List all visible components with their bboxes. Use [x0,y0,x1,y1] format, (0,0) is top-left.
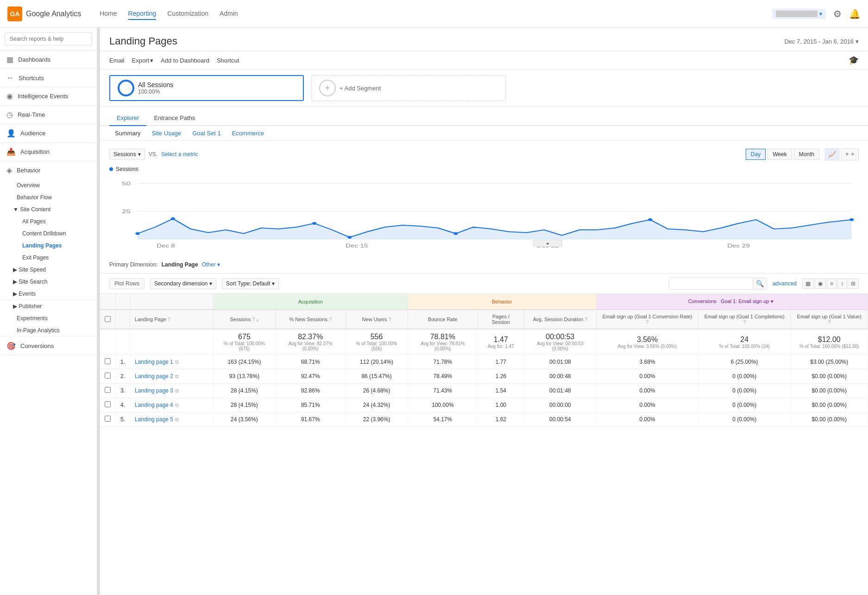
account-selector[interactable]: ▾ [772,9,826,19]
pages-session-col-header[interactable]: Pages / Session [478,310,524,329]
chart-area: Sessions ▾ VS. Select a metric Day Week … [100,141,868,256]
sidebar-sub-overview[interactable]: Overview [0,179,97,191]
row5-checkbox[interactable] [105,416,111,422]
sidebar-expand-events[interactable]: ▶ Events [0,288,97,300]
sidebar-sub-behavior-flow[interactable]: Behavior Flow [0,191,97,203]
sidebar-sub-experiments[interactable]: Experiments [0,312,97,324]
sidebar-sub-inpage[interactable]: In-Page Analytics [0,324,97,336]
email-button[interactable]: Email [109,57,125,64]
sub-tab-goal-set[interactable]: Goal Set 1 [187,126,226,140]
sort-type-dropdown[interactable]: Sort Type: Default ▾ [222,278,279,289]
list-view-button[interactable]: ≡ [827,279,837,289]
row1-page-link[interactable]: Landing page 1 ⧉ [135,359,208,365]
row2-checkbox[interactable] [105,373,111,379]
add-to-dashboard-button[interactable]: Add to Dashboard [161,57,209,64]
row3-checkbox[interactable] [105,387,111,393]
sidebar-expand-site-content[interactable]: ▼ Site Content [0,203,97,215]
row3-email-completions: 0 (0.00%) [698,384,791,398]
row5-new-sessions: 91.67% [275,412,346,427]
row3-copy-icon[interactable]: ⧉ [175,388,179,394]
sidebar-item-conversions[interactable]: 🎯 Conversions [0,337,97,355]
sidebar-item-shortcuts[interactable]: ↔ Shortcuts [0,69,97,87]
totals-bounce-rate: 78.81% Avg for View: 78.81% (0.00%) [408,329,478,355]
compare-view-button[interactable]: ↕ [837,279,847,289]
row1-copy-icon[interactable]: ⧉ [175,359,179,365]
settings-icon[interactable]: ⚙ [833,8,842,19]
sub-tab-summary[interactable]: Summary [109,126,146,140]
tab-entrance-paths[interactable]: Entrance Paths [146,111,202,126]
sidebar-item-acquisition[interactable]: 📥 Acquisition [0,143,97,161]
row4-pages-session: 1.00 [478,398,524,412]
date-range-picker[interactable]: Dec 7, 2015 - Jan 6, 2016 ▾ [784,38,859,45]
table-num-header [116,294,130,310]
plot-rows-button[interactable]: Plot Rows [109,278,145,289]
row3-page-link[interactable]: Landing page 3 ⧉ [135,387,208,394]
week-view-button[interactable]: Week [767,149,792,160]
bounce-rate-col-header[interactable]: Bounce Rate [408,310,478,329]
sidebar-sub-content-drilldown[interactable]: Content Drilldown [0,228,97,240]
row5-page-link[interactable]: Landing page 5 ⧉ [135,416,208,423]
svg-point-5 [135,232,139,235]
sidebar-item-dashboards[interactable]: ▦ Dashboards [0,51,97,69]
sidebar-item-intelligence[interactable]: ◉ Intelligence Events [0,87,97,105]
row5-copy-icon[interactable]: ⧉ [175,417,179,423]
row5-cb [100,412,116,427]
tab-explorer[interactable]: Explorer [109,111,146,126]
pivot-view-button[interactable]: ⊞ [848,279,859,289]
sidebar-item-behavior[interactable]: ◈ Behavior [0,161,97,179]
nav-admin[interactable]: Admin [220,8,238,20]
scatter-chart-button[interactable]: ⚬⚬ [841,148,859,160]
conversion-goal-dropdown[interactable]: Goal 1: Email sign up ▾ [718,298,776,305]
sidebar-sub-exit-pages[interactable]: Exit Pages [0,252,97,264]
search-input[interactable] [5,32,92,45]
row2-copy-icon[interactable]: ⧉ [175,373,179,380]
row-num-header [116,310,130,329]
nav-home[interactable]: Home [100,8,117,20]
avg-session-col-header[interactable]: Avg. Session Duration ? [524,310,597,329]
row4-page-link[interactable]: Landing page 4 ⧉ [135,402,208,408]
add-segment-button[interactable]: + + Add Segment [311,75,506,101]
pie-view-button[interactable]: ◉ [815,279,826,289]
sidebar-expand-site-search[interactable]: ▶ Site Search [0,276,97,288]
shortcut-button[interactable]: Shortcut [217,57,239,64]
new-sessions-col-header[interactable]: % New Sessions ? [275,310,346,329]
sidebar-item-publisher[interactable]: ▶ Publisher [0,300,97,312]
sidebar-item-audience[interactable]: 👤 Audience [0,124,97,142]
table-search-input[interactable] [669,279,753,289]
row1-email-completions: 6 (25.00%) [698,355,791,369]
day-view-button[interactable]: Day [746,149,766,160]
nav-customization[interactable]: Customization [167,8,208,20]
line-chart-button[interactable]: 📈 [825,148,839,160]
email-value-col-header[interactable]: Email sign up (Goal 1 Value) ? [791,310,868,329]
sub-tab-ecommerce[interactable]: Ecommerce [226,126,270,140]
email-conv-rate-col-header[interactable]: Email sign up (Goal 1 Conversion Rate) ? [597,310,698,329]
row4-copy-icon[interactable]: ⧉ [175,402,179,408]
sub-tab-site-usage[interactable]: Site Usage [146,126,187,140]
primary-dimension-label: Primary Dimension: [109,261,158,268]
secondary-dimension-dropdown[interactable]: Secondary dimension ▾ [150,278,216,289]
notifications-icon[interactable]: 🔔 [849,8,861,19]
sidebar-expand-site-speed[interactable]: ▶ Site Speed [0,264,97,276]
sessions-col-header[interactable]: Sessions ? ↓ [214,310,276,329]
export-button[interactable]: Export ▾ [132,57,154,64]
row2-page-link[interactable]: Landing page 2 ⧉ [135,373,208,380]
select-metric-link[interactable]: Select a metric [161,151,198,158]
month-view-button[interactable]: Month [794,149,819,160]
row4-checkbox[interactable] [105,401,111,407]
sidebar-sub-all-pages[interactable]: All Pages [0,215,97,228]
other-dimension-dropdown[interactable]: Other ▾ [201,261,220,268]
row1-checkbox[interactable] [105,358,111,364]
all-sessions-segment[interactable]: All Sessions 100.00% [109,75,304,101]
sidebar-sub-landing-pages[interactable]: Landing Pages [0,240,97,252]
table-search-icon[interactable]: 🔍 [753,278,767,289]
select-all-checkbox[interactable] [105,316,111,322]
sidebar-item-realtime[interactable]: ◷ Real-Time [0,106,97,124]
advanced-search-link[interactable]: advanced [773,280,797,287]
new-users-col-header[interactable]: New Users ? [346,310,408,329]
email-completions-col-header[interactable]: Email sign up (Goal 1 Completions) ? [698,310,791,329]
hat-icon: 🎓 [849,56,859,65]
sessions-metric-dropdown[interactable]: Sessions ▾ [109,149,145,160]
nav-reporting[interactable]: Reporting [128,8,157,20]
table-view-button[interactable]: ▦ [802,279,814,289]
row1-cb [100,355,116,369]
